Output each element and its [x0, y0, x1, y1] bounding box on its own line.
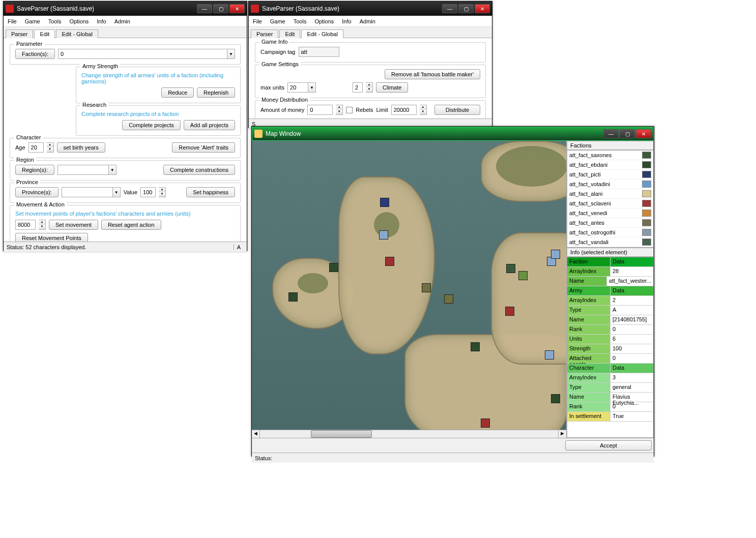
menu-options[interactable]: Options — [69, 18, 89, 24]
minimize-button[interactable]: — — [442, 4, 457, 13]
set-happiness-button[interactable]: Set happiness — [186, 187, 235, 197]
menu-admin[interactable]: Admin — [114, 18, 130, 24]
chevron-down-icon[interactable]: ▼ — [108, 165, 117, 175]
titlebar[interactable]: Map Window — ▢ ✕ — [252, 127, 654, 141]
faction-row[interactable]: att_fact_ebdani — [567, 160, 653, 170]
add-all-projects-button[interactable]: Add all projects — [184, 120, 235, 130]
map-marker[interactable] — [380, 198, 389, 207]
faction-row[interactable]: att_fact_venedi — [567, 208, 653, 218]
chevron-down-icon[interactable]: ▼ — [227, 49, 235, 59]
age-spinner[interactable] — [28, 142, 44, 153]
menu-game[interactable]: Game — [270, 18, 285, 24]
tab-edit[interactable]: Edit — [279, 29, 300, 38]
map-marker[interactable] — [288, 292, 298, 302]
info-table[interactable]: FactionDataArrayIndex28Nameatt_fact_west… — [567, 257, 654, 438]
movement-points-spinner[interactable] — [15, 220, 36, 230]
close-button[interactable]: ✕ — [475, 4, 490, 13]
menu-file[interactable]: File — [253, 18, 262, 24]
close-button[interactable]: ✕ — [229, 4, 245, 13]
chevron-down-icon[interactable]: ▼ — [112, 187, 121, 197]
complete-constructions-button[interactable]: Complete constructions — [163, 165, 235, 175]
chevron-down-icon[interactable]: ▼ — [308, 82, 316, 93]
info-row[interactable]: ArrayIndex3 — [567, 373, 653, 383]
accept-button[interactable]: Accept — [565, 440, 652, 451]
remove-alert-traits-button[interactable]: Remove 'Alert' traits — [172, 142, 235, 153]
titlebar[interactable]: SaveParser (Sassanid.save) — ▢ ✕ — [249, 2, 492, 16]
faction-row[interactable]: att_fact_antes — [567, 218, 653, 228]
menu-game[interactable]: Game — [25, 18, 40, 24]
info-row[interactable]: Strength100 — [567, 344, 653, 354]
faction-row[interactable]: att_fact_alani — [567, 189, 653, 199]
info-row[interactable]: FactionData — [567, 257, 653, 267]
menu-info[interactable]: Info — [342, 18, 351, 24]
maximize-button[interactable]: ▢ — [213, 4, 228, 13]
tab-edit-global[interactable]: Edit - Global — [301, 29, 343, 38]
close-button[interactable]: ✕ — [636, 129, 651, 138]
info-row[interactable]: ArrayIndex2 — [567, 296, 653, 306]
region-combo[interactable] — [57, 165, 108, 175]
info-row[interactable]: Name[2140801755] — [567, 315, 653, 325]
info-row[interactable]: NameFlavius Eutychia... — [567, 393, 653, 402]
maximize-button[interactable]: ▢ — [458, 4, 474, 13]
info-row[interactable]: CharacterData — [567, 364, 653, 373]
map-marker[interactable] — [506, 264, 515, 273]
menu-tools[interactable]: Tools — [294, 18, 307, 24]
reset-agent-action-button[interactable]: Reset agent action — [101, 220, 161, 230]
info-row[interactable]: In settlementTrue — [567, 412, 653, 422]
info-row[interactable]: Rank0 — [567, 402, 653, 412]
map-marker[interactable] — [545, 350, 554, 360]
set-movement-button[interactable]: Set movement — [49, 220, 98, 230]
province-value-spinner[interactable] — [140, 187, 156, 197]
tab-parser[interactable]: Parser — [6, 29, 33, 38]
info-row[interactable]: Attached agents0 — [567, 354, 653, 364]
reset-movement-points-button[interactable]: Reset Movement Points — [15, 233, 88, 242]
info-row[interactable]: Rank0 — [567, 325, 653, 335]
rebels-checkbox[interactable] — [346, 107, 353, 113]
faction-row[interactable]: att_fact_picti — [567, 170, 653, 180]
info-row[interactable]: TypeA — [567, 306, 653, 315]
menu-tools[interactable]: Tools — [48, 18, 62, 24]
map-marker[interactable] — [444, 294, 453, 304]
tab-edit[interactable]: Edit — [34, 29, 55, 38]
tab-edit-global[interactable]: Edit - Global — [56, 29, 98, 38]
horizontal-scrollbar[interactable]: ◄ ► — [252, 430, 566, 438]
province-button[interactable]: Province(s): — [15, 187, 59, 197]
complete-projects-button[interactable]: Complete projects — [122, 120, 181, 130]
distribute-button[interactable]: Distribute — [434, 105, 480, 115]
map-marker[interactable] — [471, 342, 480, 351]
menu-file[interactable]: File — [8, 18, 17, 24]
info-row[interactable]: Nameatt_fact_wester... — [567, 277, 653, 286]
province-combo[interactable] — [62, 187, 112, 197]
factions-list[interactable]: att_fact_saxonesatt_fact_ebdaniatt_fact_… — [567, 150, 654, 248]
faction-row[interactable]: att_fact_sclaveni — [567, 199, 653, 208]
remove-famous-button[interactable]: Remove all 'famous battle maker' — [385, 69, 480, 79]
menu-options[interactable]: Options — [314, 18, 334, 24]
map-marker[interactable] — [551, 250, 560, 259]
map-pane[interactable] — [252, 141, 566, 430]
reduce-button[interactable]: Reduce — [161, 87, 194, 98]
minimize-button[interactable]: — — [197, 4, 212, 13]
faction-row[interactable]: att_fact_saxones — [567, 151, 653, 160]
faction-row[interactable]: att_fact_vandali — [567, 237, 653, 247]
map-marker[interactable] — [551, 394, 560, 403]
faction-row[interactable]: att_fact_votadini — [567, 180, 653, 189]
region-button[interactable]: Region(s): — [15, 165, 54, 175]
spinner-arrows[interactable]: ▲▼ — [336, 105, 343, 115]
replenish-button[interactable]: Replenish — [197, 87, 235, 98]
info-row[interactable]: Typegeneral — [567, 383, 653, 393]
faction-combo[interactable] — [58, 49, 227, 59]
max-units-combo[interactable] — [287, 82, 308, 93]
spinner-arrows[interactable]: ▲▼ — [420, 105, 427, 115]
maximize-button[interactable]: ▢ — [620, 129, 635, 138]
minimize-button[interactable]: — — [603, 129, 619, 138]
map-marker[interactable] — [385, 257, 394, 266]
value2-spinner[interactable] — [353, 82, 363, 93]
menu-admin[interactable]: Admin — [360, 18, 375, 24]
climate-button[interactable]: Climate — [376, 82, 408, 93]
spinner-arrows[interactable]: ▲▼ — [39, 220, 46, 230]
map-marker[interactable] — [379, 230, 388, 240]
map-marker[interactable] — [422, 283, 431, 292]
spinner-arrows[interactable]: ▲▼ — [159, 187, 166, 197]
spinner-arrows[interactable]: ▲▼ — [366, 82, 373, 93]
set-birth-years-button[interactable]: set birth years — [57, 142, 105, 153]
